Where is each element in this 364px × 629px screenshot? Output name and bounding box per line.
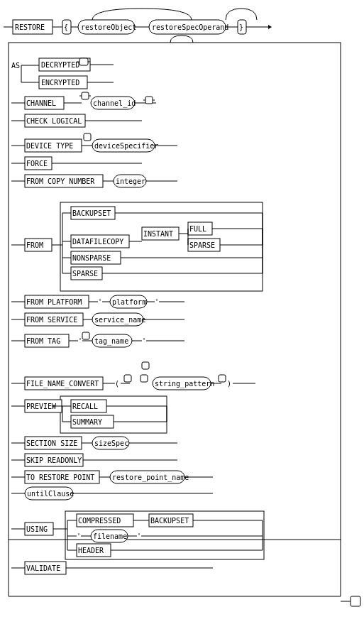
datafilecopy-label: DATAFILECOPY: [72, 238, 123, 246]
svg-rect-114: [219, 375, 226, 382]
restore-point-name-label: restore_point_name: [112, 474, 189, 482]
svg-marker-14: [268, 25, 272, 29]
validate-label: VALIDATE: [26, 564, 60, 572]
sparse-upper-label: SPARSE: [189, 241, 215, 249]
restore-spec-operand-label: restoreSpecOperand: [152, 23, 228, 31]
instant-label: INSTANT: [143, 230, 173, 238]
svg-rect-99: [82, 332, 89, 339]
recall-label: RECALL: [72, 403, 98, 410]
svg-rect-40: [84, 133, 91, 141]
diagram-container: RESTORE { restoreObject restoreSpecOpera…: [0, 0, 364, 629]
tag-name-label: tag_name: [94, 337, 128, 346]
from-platform-label: FROM PLATFORM: [26, 298, 82, 306]
check-logical-label: CHECK LOGICAL: [26, 117, 82, 125]
channel-label: CHANNEL: [26, 99, 56, 107]
svg-text:': ': [77, 532, 81, 540]
channel-id-label: channel_id: [93, 99, 136, 108]
device-specifier-label: deviceSpecifier: [94, 142, 158, 150]
nonsparse-label: NONSPARSE: [72, 254, 111, 262]
using-label: USING: [26, 525, 48, 533]
decrypted-label: DECRYPTED: [41, 61, 79, 69]
backupset2-label: BACKUPSET: [150, 517, 189, 525]
from-copy-number-label: FROM COPY NUMBER: [26, 177, 95, 185]
svg-rect-104: [142, 362, 149, 369]
svg-text:}: }: [239, 23, 243, 31]
encrypted-label: ENCRYPTED: [41, 79, 79, 87]
svg-rect-169: [351, 596, 360, 606]
sparse-label: SPARSE: [72, 270, 98, 278]
from-tag-label: FROM TAG: [26, 337, 60, 345]
service-name-label: service_name: [94, 316, 145, 324]
integer-label: integer: [116, 177, 145, 185]
svg-text:(: (: [115, 380, 119, 388]
full-label: FULL: [189, 225, 206, 233]
section-size-label: SECTION SIZE: [26, 439, 77, 447]
svg-text:': ': [137, 532, 141, 540]
svg-rect-23: [79, 58, 88, 65]
platform-label: platform: [112, 298, 146, 306]
svg-text:': ': [155, 298, 159, 306]
from-label: FROM: [26, 241, 43, 249]
svg-rect-111: [140, 375, 148, 382]
header-label: HEADER: [78, 547, 104, 554]
svg-text:{: {: [64, 23, 68, 31]
restore-label: RESTORE: [15, 23, 45, 31]
backupset-label: BACKUPSET: [72, 209, 111, 217]
svg-text:': ': [142, 337, 146, 345]
force-label: FORCE: [26, 160, 48, 168]
string-pattern-label: string_pattern: [155, 380, 214, 388]
as-label: AS: [11, 62, 20, 70]
until-clause-label: untilClause: [27, 490, 74, 498]
summary-label: SUMMARY: [72, 418, 102, 426]
size-spec-label: sizeSpec: [94, 439, 128, 447]
svg-rect-110: [124, 375, 131, 382]
from-service-label: FROM SERVICE: [26, 316, 77, 324]
svg-rect-29: [82, 92, 89, 99]
svg-text:): ): [227, 380, 231, 388]
device-type-label: DEVICE TYPE: [26, 142, 73, 150]
restore-object-label: restoreObject: [81, 23, 136, 31]
filename-label: filename: [93, 532, 127, 540]
skip-readonly-label: SKIP READONLY: [26, 456, 82, 464]
to-restore-point-label: TO RESTORE POINT: [26, 474, 94, 481]
svg-text:': ': [98, 298, 102, 306]
file-name-convert-label: FILE_NAME_CONVERT: [26, 380, 99, 388]
compressed-label: COMPRESSED: [78, 517, 121, 525]
svg-text:': ': [78, 337, 82, 345]
svg-rect-34: [145, 97, 153, 104]
